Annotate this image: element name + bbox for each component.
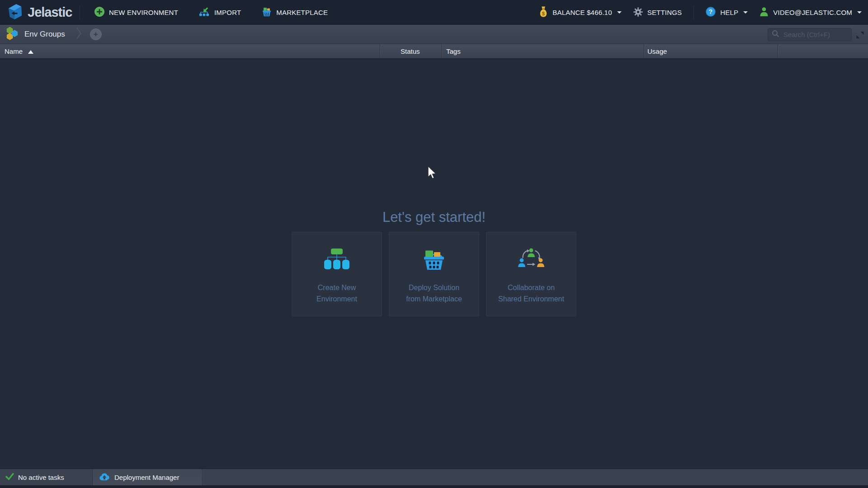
new-environment-label: NEW ENVIRONMENT (109, 9, 178, 16)
help-icon: ? (706, 7, 716, 18)
breadcrumb-chevron-icon (76, 27, 82, 42)
search-input[interactable] (783, 30, 848, 39)
help-menu[interactable]: ? HELP (706, 7, 748, 18)
toggle-arrows-icon[interactable] (856, 32, 864, 40)
deployment-manager-label: Deployment Manager (114, 474, 179, 481)
environment-topology-icon (322, 247, 351, 272)
env-table-header: Name Status Tags Usage (0, 44, 868, 59)
tasks-label: No active tasks (18, 474, 64, 481)
card-collaborate[interactable]: Collaborate on Shared Environment (486, 232, 576, 316)
top-navbar: Jelastic NEW ENVIRONMENT (0, 0, 868, 25)
user-menu[interactable]: VIDEO@JELASTIC.COM (760, 7, 862, 18)
mouse-cursor (427, 166, 437, 181)
card-label: Collaborate on Shared Environment (498, 282, 564, 305)
add-env-group-button[interactable]: + (90, 28, 102, 40)
navbar-divider (80, 5, 80, 20)
breadcrumb-label: Env Groups (24, 30, 65, 39)
get-started-cards: Create New Environment (0, 232, 868, 316)
environment-list-empty-area: Let's get started! Create New Environmen… (0, 59, 868, 469)
card-deploy-marketplace[interactable]: Deploy Solution from Marketplace (389, 232, 479, 316)
caret-down-icon (743, 11, 748, 14)
user-label: VIDEO@JELASTIC.COM (773, 9, 852, 16)
jelastic-logo-text: Jelastic (28, 5, 72, 20)
cloud-icon (99, 473, 110, 482)
question-glyph: ? (709, 8, 713, 15)
column-resizer[interactable] (380, 44, 380, 58)
card-label: Create New Environment (316, 282, 357, 305)
balance-label: BALANCE $466.10 (552, 9, 612, 16)
user-icon (760, 7, 769, 18)
window-bottom-edge (0, 485, 868, 488)
marketplace-basket-icon (262, 7, 272, 18)
plus-glyph: + (94, 30, 98, 38)
jelastic-dashboard: Jelastic NEW ENVIRONMENT (0, 0, 868, 488)
new-environment-plus-icon (94, 7, 104, 18)
column-resizer[interactable] (644, 44, 644, 58)
deployment-manager-tab[interactable]: Deployment Manager (93, 469, 202, 485)
card-create-environment[interactable]: Create New Environment (292, 232, 382, 316)
marketplace-basket-icon (422, 247, 446, 272)
card-label: Deploy Solution from Marketplace (406, 282, 462, 305)
marketplace-label: MARKETPLACE (276, 9, 328, 16)
statusbar-divider (202, 469, 203, 485)
marketplace-button[interactable]: MARKETPLACE (262, 7, 328, 18)
column-header-usage[interactable]: Usage (647, 47, 667, 55)
column-resizer[interactable] (778, 44, 778, 58)
navbar-divider (693, 5, 694, 20)
navbar-left-menu: NEW ENVIRONMENT IMPORT (94, 7, 328, 18)
env-groups-toolbar: Env Groups + (0, 25, 868, 44)
dollar-glyph: $ (542, 11, 545, 16)
caret-down-icon (857, 11, 862, 14)
collaboration-users-icon (517, 247, 546, 272)
settings-label: SETTINGS (647, 9, 682, 16)
help-label: HELP (720, 9, 738, 16)
column-header-status[interactable]: Status (401, 47, 420, 55)
active-tasks-status: No active tasks (5, 469, 64, 485)
gear-icon (633, 7, 643, 18)
env-groups-breadcrumb[interactable]: Env Groups (5, 27, 65, 42)
column-resizer[interactable] (442, 44, 442, 58)
navbar-right-menu: $ BALANCE $466.10 (539, 5, 868, 20)
search-icon (772, 30, 779, 39)
settings-button[interactable]: SETTINGS (633, 7, 682, 18)
money-bag-icon: $ (539, 6, 548, 19)
jelastic-logo-icon (6, 3, 24, 23)
column-header-tags[interactable]: Tags (446, 47, 461, 55)
search-box (768, 28, 852, 41)
balance-menu[interactable]: $ BALANCE $466.10 (539, 6, 621, 19)
env-groups-icon (5, 27, 19, 42)
jelastic-logo[interactable]: Jelastic (0, 3, 80, 23)
column-header-name[interactable]: Name (5, 47, 23, 55)
sort-ascending-icon (28, 50, 33, 54)
import-label: IMPORT (214, 9, 241, 16)
caret-down-icon (617, 11, 622, 14)
check-icon (5, 473, 14, 482)
new-environment-button[interactable]: NEW ENVIRONMENT (94, 7, 178, 18)
get-started-heading: Let's get started! (0, 209, 868, 225)
import-button[interactable]: IMPORT (199, 7, 241, 18)
status-bar: No active tasks Deployment Manager (0, 469, 868, 485)
import-icon (199, 7, 210, 18)
